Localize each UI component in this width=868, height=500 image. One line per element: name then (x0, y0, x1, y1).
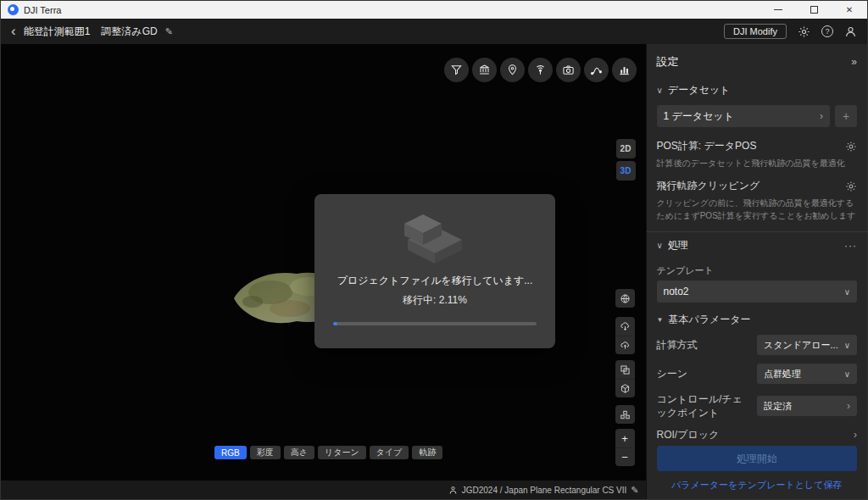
dataset-section-header[interactable]: ∨ データセット (647, 77, 867, 103)
add-dataset-button[interactable]: + (835, 105, 857, 127)
render-mode-bar: RGB 彩度 高さ リターン タイプ 軌跡 (214, 446, 442, 459)
viewport-statusbar: JGD2024 / Japan Plane Rectangular CS VII… (1, 481, 646, 499)
zoom-out-button[interactable]: − (615, 447, 635, 466)
back-button[interactable]: ‹ (11, 24, 16, 38)
app-title: DJI Terra (24, 5, 61, 15)
control-points-button[interactable]: 設定済 › (757, 396, 857, 416)
migration-progress-label: 移行中: 2.11% (403, 293, 467, 308)
scene-dropdown[interactable]: 点群処理 ∨ (757, 364, 857, 384)
zoom-controls: + − (615, 429, 635, 466)
start-processing-button[interactable]: 処理開始 (657, 446, 857, 471)
chevron-down-icon: ∨ (657, 241, 663, 250)
user-account-icon[interactable] (844, 25, 857, 38)
calc-method-label: 計算方式 (657, 338, 698, 352)
edit-crs-icon[interactable]: ✎ (631, 485, 638, 496)
clipping-description: クリッピングの前に、飛行軌跡の品質を最適化するためにまずPOS計算を実行すること… (647, 195, 867, 225)
histogram-button[interactable] (612, 58, 637, 82)
render-mode-type[interactable]: タイプ (370, 446, 409, 459)
chevron-right-icon: › (847, 400, 850, 412)
basic-params-header[interactable]: ▼ 基本パラメーター (647, 303, 867, 331)
dataset-selector[interactable]: 1 データセット › (657, 105, 830, 127)
project-subtitle: 調整済みGD (101, 25, 157, 39)
render-mode-return[interactable]: リターン (318, 446, 366, 459)
more-options-icon[interactable]: ··· (844, 240, 857, 252)
survey-station-button[interactable] (472, 58, 497, 82)
render-mode-track[interactable]: 軌跡 (412, 446, 442, 459)
settings-panel: 設定 » ∨ データセット 1 データセット › + POS計算: データPOS (646, 44, 867, 499)
view-dimension-toggle: 2D 3D (616, 139, 636, 181)
viewport-side-tools: + − (615, 289, 635, 466)
migration-message: プロジェクトファイルを移行しています... (337, 274, 533, 288)
triangle-down-icon: ▼ (657, 316, 664, 324)
chevron-down-icon: ∨ (844, 369, 850, 379)
chevron-right-icon: › (820, 110, 823, 122)
view-2d-button[interactable]: 2D (616, 139, 636, 158)
rtk-signal-button[interactable] (528, 58, 553, 82)
control-points-value: 設定済 (764, 400, 792, 413)
calc-method-dropdown[interactable]: スタンドアロー... ∨ (757, 335, 857, 355)
crs-label: JGD2024 / Japan Plane Rectangular CS VII (462, 486, 627, 495)
zoom-in-button[interactable]: + (615, 429, 635, 447)
template-label: テンプレート (647, 258, 867, 281)
save-template-link[interactable]: パラメーターをテンプレートとして保存 (657, 471, 857, 494)
calc-method-value: スタンドアロー... (764, 339, 838, 352)
pos-calc-title: POS計算: データPOS (657, 139, 757, 153)
dji-logo-icon (8, 4, 19, 15)
model-cube-button[interactable] (615, 379, 635, 397)
viewport-toolbar (444, 58, 637, 82)
dataset-section-label: データセット (668, 83, 730, 97)
titlebar: DJI Terra ✕ (1, 1, 867, 19)
lod-buildings-button[interactable] (615, 405, 635, 424)
dji-terra-window: DJI Terra ✕ ‹ 能登計測範囲1 調整済みGD ✎ DJI Modif… (0, 0, 868, 500)
project-title: 能登計測範囲1 (24, 25, 91, 39)
pos-calc-gear-icon[interactable] (845, 141, 857, 153)
control-points-label: コントロール/チェックポイント (657, 392, 752, 419)
layers-group (615, 360, 635, 397)
settings-gear-icon[interactable] (798, 25, 810, 38)
dji-modify-button[interactable]: DJI Modify (724, 24, 787, 39)
render-mode-rgb[interactable]: RGB (214, 446, 247, 459)
processing-section-header[interactable]: ∨ 処理 ··· (647, 232, 867, 258)
pos-calc-description: 計算後のデータセットと飛行軌跡の品質を最適化 (647, 155, 867, 173)
window-controls: ✕ (760, 1, 867, 19)
dataset-selector-value: 1 データセット (664, 109, 734, 124)
person-icon (448, 486, 458, 495)
viewport-3d[interactable]: 2D 3D プロジェクトファイルを移行しています... 移行中: 2.11% (1, 44, 646, 499)
panel-collapse-icon[interactable]: » (851, 56, 857, 68)
flight-route-button[interactable] (584, 58, 609, 82)
basic-params-label: 基本パラメーター (668, 313, 750, 327)
progress-fill (333, 322, 337, 325)
view-3d-button[interactable]: 3D (616, 161, 636, 181)
maximize-icon (810, 6, 818, 14)
panel-title: 設定 (657, 54, 679, 69)
cloud-download-button[interactable] (615, 317, 635, 336)
chevron-down-icon: ∨ (844, 341, 850, 350)
minimize-icon (774, 9, 782, 10)
filter-button[interactable] (444, 58, 469, 82)
scene-value: 点群処理 (764, 368, 801, 381)
help-icon[interactable]: ? (821, 25, 833, 37)
maximize-button[interactable] (796, 1, 832, 19)
minimize-button[interactable] (760, 1, 796, 19)
camera-button[interactable] (556, 58, 581, 82)
model-cube-illustration (398, 208, 472, 265)
processing-section-label: 処理 (668, 238, 688, 253)
render-mode-saturation[interactable]: 彩度 (250, 446, 281, 459)
cloud-sync-group (615, 317, 635, 354)
compare-layers-button[interactable] (615, 360, 635, 379)
close-button[interactable]: ✕ (832, 1, 867, 19)
app-header: ‹ 能登計測範囲1 調整済みGD ✎ DJI Modify ? (1, 19, 867, 44)
marker-pin-button[interactable] (500, 58, 525, 82)
edit-project-icon[interactable]: ✎ (165, 26, 173, 37)
render-mode-height[interactable]: 高さ (284, 446, 314, 459)
template-value: noto2 (664, 286, 689, 297)
header-actions: DJI Modify ? (724, 24, 857, 39)
model-globe-button[interactable] (615, 289, 635, 308)
cloud-upload-button[interactable] (615, 336, 635, 354)
chevron-down-icon: ∨ (844, 287, 850, 297)
chevron-down-icon: ∨ (657, 86, 663, 95)
migration-dialog: プロジェクトファイルを移行しています... 移行中: 2.11% (314, 194, 555, 348)
clipping-title: 飛行軌跡クリッピング (657, 179, 760, 193)
clipping-gear-icon[interactable] (845, 181, 857, 192)
template-dropdown[interactable]: noto2 ∨ (657, 281, 857, 303)
